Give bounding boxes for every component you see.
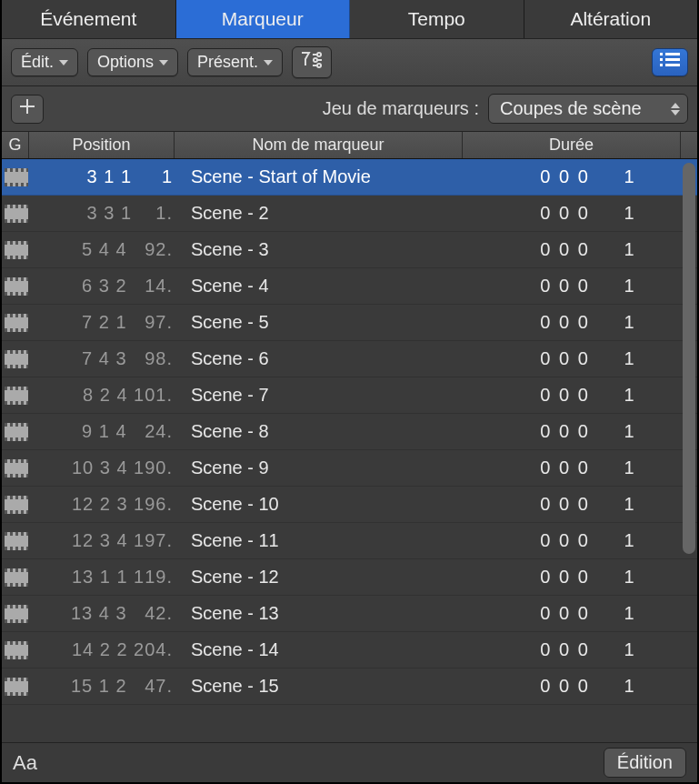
cell-duration[interactable]: 0 0 0 1 bbox=[479, 203, 697, 224]
table-row[interactable]: 14 2 2 204.Scene - 140 0 0 1 bbox=[2, 632, 697, 668]
tab-label: Événement bbox=[40, 8, 136, 30]
cell-position[interactable]: 12 2 3 196. bbox=[31, 494, 176, 515]
cell-duration[interactable]: 0 0 0 1 bbox=[479, 348, 697, 369]
cell-duration[interactable]: 0 0 0 1 bbox=[479, 276, 697, 297]
table-row[interactable]: 8 2 4 101.Scene - 70 0 0 1 bbox=[2, 377, 697, 414]
plus-icon bbox=[19, 98, 35, 119]
table-row[interactable]: 10 3 4 190.Scene - 90 0 0 1 bbox=[2, 450, 697, 487]
marker-set-select[interactable]: Coupes de scène bbox=[488, 94, 688, 124]
present-menu-button[interactable]: Présent. bbox=[187, 48, 283, 76]
table-row[interactable]: 6 3 2 14.Scene - 40 0 0 1 bbox=[2, 268, 697, 305]
footer-bar: Aa Édition bbox=[2, 742, 697, 782]
tab-alteration[interactable]: Altération bbox=[524, 0, 698, 38]
cell-marker-name[interactable]: Scene - Start of Movie bbox=[176, 166, 479, 187]
edit-menu-button[interactable]: Édit. bbox=[11, 48, 78, 76]
column-header-g[interactable]: G bbox=[2, 132, 29, 158]
tab-marqueur[interactable]: Marqueur bbox=[176, 0, 351, 38]
cell-position[interactable]: 10 3 4 190. bbox=[31, 457, 176, 478]
cell-position[interactable]: 9 1 4 24. bbox=[31, 421, 176, 442]
cell-position[interactable]: 3 3 1 1. bbox=[31, 203, 176, 224]
cell-position[interactable]: 8 2 4 101. bbox=[31, 385, 176, 406]
film-icon bbox=[5, 678, 28, 696]
tab-evenement[interactable]: Événement bbox=[2, 0, 176, 38]
table-row[interactable]: 12 3 4 197.Scene - 110 0 0 1 bbox=[2, 523, 697, 559]
tab-tempo[interactable]: Tempo bbox=[350, 0, 524, 38]
tab-label: Altération bbox=[570, 8, 651, 30]
column-header-position[interactable]: Position bbox=[29, 132, 175, 158]
cell-duration[interactable]: 0 0 0 1 bbox=[479, 457, 697, 478]
film-icon-cell bbox=[2, 341, 31, 377]
options-menu-button[interactable]: Options bbox=[87, 48, 178, 76]
svg-rect-6 bbox=[660, 53, 663, 55]
cell-marker-name[interactable]: Scene - 2 bbox=[176, 203, 479, 224]
cell-marker-name[interactable]: Scene - 6 bbox=[176, 348, 479, 369]
cell-duration[interactable]: 0 0 0 1 bbox=[479, 603, 697, 624]
cell-duration[interactable]: 0 0 0 1 bbox=[479, 166, 697, 187]
cell-duration[interactable]: 0 0 0 1 bbox=[479, 312, 697, 333]
vertical-scrollbar[interactable] bbox=[683, 163, 695, 554]
svg-rect-8 bbox=[660, 58, 663, 61]
cell-position[interactable]: 6 3 2 14. bbox=[31, 276, 176, 297]
cell-position[interactable]: 5 4 4 92. bbox=[31, 239, 176, 260]
cell-position[interactable]: 13 4 3 42. bbox=[31, 603, 176, 624]
svg-point-5 bbox=[317, 64, 321, 67]
cell-marker-name[interactable]: Scene - 8 bbox=[176, 421, 479, 442]
chevron-down-icon bbox=[264, 60, 273, 65]
secondary-bar: Jeu de marqueurs : Coupes de scène bbox=[2, 86, 697, 132]
film-icon bbox=[5, 459, 28, 477]
cell-marker-name[interactable]: Scene - 10 bbox=[176, 494, 479, 515]
cell-marker-name[interactable]: Scene - 5 bbox=[176, 312, 479, 333]
cell-marker-name[interactable]: Scene - 7 bbox=[176, 385, 479, 406]
cell-duration[interactable]: 0 0 0 1 bbox=[479, 639, 697, 660]
table-row[interactable]: 13 1 1 119.Scene - 120 0 0 1 bbox=[2, 559, 697, 596]
table-row[interactable]: 9 1 4 24.Scene - 80 0 0 1 bbox=[2, 414, 697, 450]
list-view-button[interactable] bbox=[652, 48, 688, 76]
cell-position[interactable]: 15 1 2 47. bbox=[31, 676, 176, 697]
cell-position[interactable]: 13 1 1 119. bbox=[31, 567, 176, 588]
cell-marker-name[interactable]: Scene - 11 bbox=[176, 530, 479, 551]
cell-marker-name[interactable]: Scene - 13 bbox=[176, 603, 479, 624]
film-icon-cell bbox=[2, 596, 31, 632]
film-icon bbox=[5, 568, 28, 587]
film-icon-cell bbox=[2, 268, 31, 305]
add-marker-button[interactable] bbox=[11, 95, 44, 124]
filter-button[interactable] bbox=[292, 46, 332, 78]
cell-position[interactable]: 7 4 3 98. bbox=[31, 348, 176, 369]
table-row[interactable]: 12 2 3 196.Scene - 100 0 0 1 bbox=[2, 487, 697, 523]
cell-position[interactable]: 3 1 1 1 bbox=[31, 166, 176, 187]
svg-rect-9 bbox=[665, 58, 680, 61]
edition-button[interactable]: Édition bbox=[604, 748, 686, 778]
table-row[interactable]: 5 4 4 92.Scene - 30 0 0 1 bbox=[2, 232, 697, 268]
cell-position[interactable]: 12 3 4 197. bbox=[31, 530, 176, 551]
film-icon-cell bbox=[2, 414, 31, 450]
table-row[interactable]: 7 4 3 98.Scene - 60 0 0 1 bbox=[2, 341, 697, 377]
table-row[interactable]: 13 4 3 42.Scene - 130 0 0 1 bbox=[2, 596, 697, 632]
column-header-name[interactable]: Nom de marqueur bbox=[175, 132, 463, 158]
cell-marker-name[interactable]: Scene - 15 bbox=[176, 676, 479, 697]
svg-point-4 bbox=[314, 58, 317, 62]
cell-position[interactable]: 7 2 1 97. bbox=[31, 312, 176, 333]
cell-duration[interactable]: 0 0 0 1 bbox=[479, 530, 697, 551]
film-icon-cell bbox=[2, 632, 31, 668]
cell-duration[interactable]: 0 0 0 1 bbox=[479, 494, 697, 515]
film-icon bbox=[5, 605, 28, 623]
cell-marker-name[interactable]: Scene - 12 bbox=[176, 567, 479, 588]
cell-duration[interactable]: 0 0 0 1 bbox=[479, 567, 697, 588]
cell-duration[interactable]: 0 0 0 1 bbox=[479, 676, 697, 697]
cell-duration[interactable]: 0 0 0 1 bbox=[479, 239, 697, 260]
table-row[interactable]: 15 1 2 47.Scene - 150 0 0 1 bbox=[2, 668, 697, 705]
table-row[interactable]: 7 2 1 97.Scene - 50 0 0 1 bbox=[2, 305, 697, 341]
cell-marker-name[interactable]: Scene - 4 bbox=[176, 276, 479, 297]
table-row[interactable]: 3 1 1 1Scene - Start of Movie0 0 0 1 bbox=[2, 159, 697, 196]
table-row[interactable]: 3 3 1 1.Scene - 20 0 0 1 bbox=[2, 196, 697, 232]
cell-duration[interactable]: 0 0 0 1 bbox=[479, 421, 697, 442]
film-icon-cell bbox=[2, 450, 31, 487]
cell-position[interactable]: 14 2 2 204. bbox=[31, 639, 176, 660]
column-header-duration[interactable]: Durée bbox=[463, 132, 681, 158]
font-style-button[interactable]: Aa bbox=[13, 751, 37, 775]
cell-marker-name[interactable]: Scene - 14 bbox=[176, 639, 479, 660]
cell-marker-name[interactable]: Scene - 3 bbox=[176, 239, 479, 260]
cell-marker-name[interactable]: Scene - 9 bbox=[176, 457, 479, 478]
film-icon-cell bbox=[2, 305, 31, 341]
cell-duration[interactable]: 0 0 0 1 bbox=[479, 385, 697, 406]
